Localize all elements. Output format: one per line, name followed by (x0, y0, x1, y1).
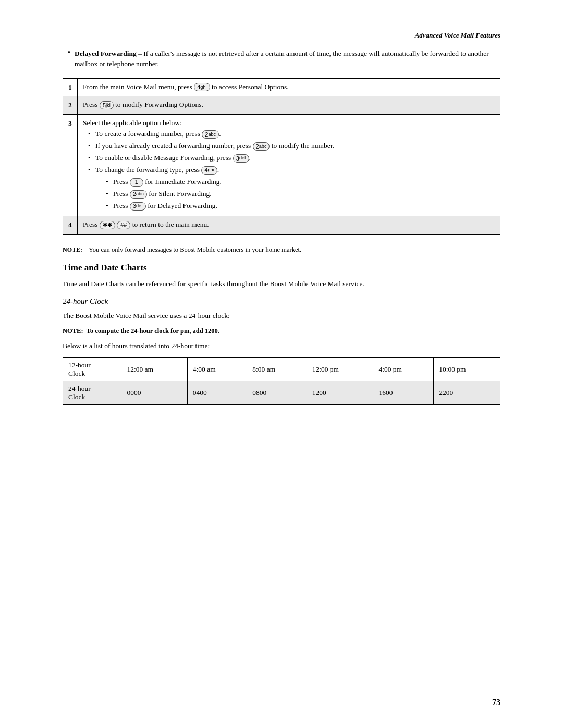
note-label-1: NOTE: (63, 246, 82, 253)
key-2abc-2: 2abc (253, 142, 270, 151)
delayed-forwarding-label: Delayed Forwarding (75, 50, 137, 57)
delayed-forwarding-text: – If a caller's message is not retrieved… (75, 50, 489, 68)
clock-header-2: 4:00 am (187, 358, 247, 381)
step-content-1: From the main Voice Mail menu, press 4gh… (78, 78, 500, 96)
key-2abc-3: 2abc (130, 190, 147, 199)
note-clock-note-label: NOTE: (63, 327, 83, 335)
clock-table: 12-hourClock 12:00 am 4:00 am 8:00 am 12… (63, 357, 500, 405)
step-content-2: Press 5jkl to modify Forwarding Options. (78, 96, 500, 115)
clock-header-5: 4:00 pm (373, 358, 434, 381)
steps-table: 1 From the main Voice Mail menu, press 4… (63, 78, 500, 235)
time-date-section-title: Time and Date Charts (63, 263, 500, 273)
page-container: Advanced Voice Mail Features • Delayed F… (0, 0, 563, 728)
step-content-4: Press ✱✱ ## to return to the main menu. (78, 216, 500, 234)
time-date-intro: Time and Date Charts can be referenced f… (63, 278, 500, 290)
table-row: 12-hourClock 12:00 am 4:00 am 8:00 am 12… (63, 358, 500, 381)
note-clock-label: NOTE: To compute the 24-hour clock for p… (63, 326, 500, 336)
key-5jkl: 5jkl (100, 101, 114, 109)
clock-row2-4: 1200 (307, 381, 373, 405)
section-header: Advanced Voice Mail Features (63, 31, 500, 42)
clock-row2-5: 1600 (373, 381, 434, 405)
sub-bullet-item-1: Press 1 for Immediate Forwarding. (106, 177, 495, 188)
clock-row2-0: 24-hourClock (63, 381, 121, 405)
step-number-2: 2 (63, 96, 78, 115)
note-text-1: You can only forward messages to Boost M… (89, 246, 301, 253)
clock-intro-text: The Boost Mobile Voice Mail service uses… (63, 310, 500, 322)
step3-bullet-list: To create a forwarding number, press 2ab… (83, 129, 495, 211)
clock-row2-1: 0000 (121, 381, 187, 405)
clock-header-4: 12:00 pm (307, 358, 373, 381)
key-3def: 3def (233, 154, 249, 163)
intro-bullet: • Delayed Forwarding – If a caller's mes… (63, 48, 500, 70)
bullet-item-1: To create a forwarding number, press 2ab… (88, 129, 495, 140)
clock-header-3: 8:00 am (247, 358, 307, 381)
table-row: 24-hourClock 0000 0400 0800 1200 1600 22… (63, 381, 500, 405)
sub-bullet-list: Press 1 for Immediate Forwarding. Press … (95, 177, 495, 212)
note-clock-text: To compute the 24-hour clock for pm, add… (87, 327, 219, 335)
step-number-3: 3 (63, 115, 78, 216)
table-row: 1 From the main Voice Mail menu, press 4… (63, 78, 500, 96)
bullet-item-2: If you have already created a forwarding… (88, 141, 495, 152)
key-hash: ## (117, 221, 130, 229)
bullet-item-3: To enable or disable Message Forwarding,… (88, 153, 495, 164)
table-row: 2 Press 5jkl to modify Forwarding Option… (63, 96, 500, 115)
sub-bullet-item-2: Press 2abc for Silent Forwarding. (106, 189, 495, 200)
bullet-symbol: • (68, 48, 70, 70)
clock-row2-2: 0400 (187, 381, 247, 405)
clock-header-0: 12-hourClock (63, 358, 121, 381)
table-row: 4 Press ✱✱ ## to return to the main menu… (63, 216, 500, 234)
step-number-4: 4 (63, 216, 78, 234)
key-3def-2: 3def (130, 202, 146, 211)
page-number: 73 (492, 698, 500, 707)
bullet-item-4: To change the forwarding type, press 4gh… (88, 165, 495, 212)
clock-row2-6: 2200 (434, 381, 500, 405)
key-4ghi: 4ghi (194, 83, 210, 91)
step-content-3: Select the applicable option below: To c… (78, 115, 500, 216)
section-title-header: Advanced Voice Mail Features (415, 31, 500, 39)
key-2abc-1: 2abc (202, 130, 219, 139)
24hour-clock-title: 24-hour Clock (63, 297, 500, 306)
intro-bullet-content: Delayed Forwarding – If a caller's messa… (75, 48, 500, 70)
clock-row2-3: 0800 (247, 381, 307, 405)
key-1: 1 (130, 178, 143, 187)
step-number-1: 1 (63, 78, 78, 96)
note-block-1: NOTE: You can only forward messages to B… (63, 245, 500, 255)
clock-header-1: 12:00 am (121, 358, 187, 381)
sub-bullet-item-3: Press 3def for Delayed Forwarding. (106, 201, 495, 212)
clock-header-6: 10:00 pm (434, 358, 500, 381)
key-star: ✱✱ (100, 221, 115, 229)
clock-list-intro: Below is a list of hours translated into… (63, 340, 500, 352)
key-4ghi-type: 4ghi (201, 166, 217, 175)
table-row: 3 Select the applicable option below: To… (63, 115, 500, 216)
